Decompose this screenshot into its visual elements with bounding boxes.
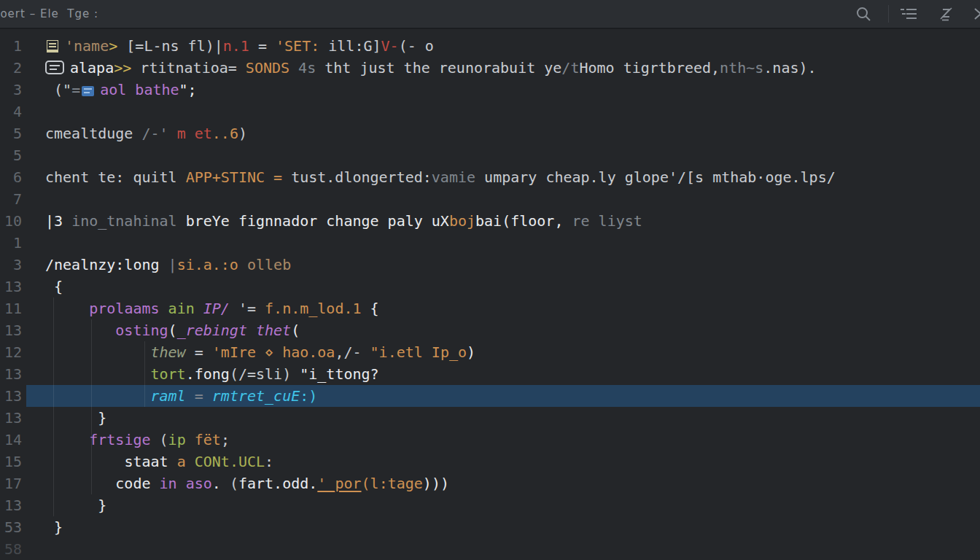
token: "i.etl Ip_o [370,343,467,361]
code-line[interactable]: 14 frtsige (ip fët; [0,429,980,451]
code-line-highlighted[interactable]: 13 raml = rmtret_cuE:) [0,385,980,407]
line-number[interactable]: 58 [0,538,32,560]
line-number[interactable]: 12 [0,341,32,363]
topbar: Joert – Ele Tge : [0,0,980,29]
token: code [115,475,150,492]
line-number[interactable]: 13 [0,494,32,516]
token [195,300,203,317]
line-number[interactable]: 13 [0,276,32,298]
chevron-right-icon[interactable] [973,6,980,22]
code-line[interactable]: 7 [0,188,980,210]
code-text[interactable]: cmealtduge /-' m et..6) [45,122,247,144]
code-text[interactable]: |3 ino_tnahinal breYe fignnador change p… [45,210,642,232]
code-text[interactable]: prolaams ain IP/ '= f.n.m_lod.1 { [45,298,379,319]
line-number[interactable]: 13 [0,319,32,341]
code-text[interactable]: } [45,407,106,429]
sort-z-icon[interactable] [938,7,954,22]
code-text[interactable]: alapa>> rtitnatioa= SONDS 4s tht just th… [45,57,817,79]
line-number[interactable]: 3 [0,79,32,101]
badge-icon [45,61,64,74]
token: CONt.UCL [195,453,265,470]
toolbar-divider [888,5,889,23]
code-line[interactable]: 10|3 ino_tnahinal breYe fignnador change… [0,210,980,232]
token [186,453,195,470]
line-number[interactable]: 1 [0,232,32,254]
code-text[interactable]: /nealnzy:long |si.a.:o olleb [45,254,291,276]
code-line[interactable]: 13 tort.fong(/=sli) "i_ttong? [0,363,980,385]
token: (l:tage [362,475,423,492]
line-number[interactable]: 4 [0,101,32,122]
menu-text[interactable]: Joert – Ele Tge : [0,7,98,20]
token: "i_ttong? [300,365,378,383]
list-icon[interactable] [899,7,918,21]
code-line[interactable]: 13 { [0,276,980,298]
token [45,322,115,339]
code-line[interactable]: 17 code in aso. (fart.odd.'_por(l:tage))… [0,472,980,494]
code-line[interactable]: 1'name> [=L-ns fl)|n.1 = 'SET: ill:G]V-(… [0,35,980,57]
code-text[interactable]: tort.fong(/=sli) "i_ttong? [45,363,379,385]
line-number[interactable]: 5 [0,122,32,144]
token: .fong [186,365,230,383]
line-number[interactable]: 5 [0,144,32,166]
line-number[interactable]: 17 [0,472,32,494]
code-text[interactable]: raml = rmtret_cuE:) [45,385,317,407]
code-line[interactable]: 5cmealtduge /-' m et..6) [0,122,980,144]
code-line[interactable]: 11 prolaams ain IP/ '= f.n.m_lod.1 { [0,298,980,319]
code-text[interactable]: ("=aol bathe"; [45,79,197,101]
code-line[interactable]: 58 [0,538,980,560]
line-number[interactable]: 2 [0,57,32,79]
line-number[interactable]: 13 [0,385,32,407]
token: in [160,475,177,492]
token: bai(floor, [475,212,563,230]
search-icon[interactable] [855,6,872,23]
line-number[interactable]: 14 [0,429,32,451]
line-number[interactable]: 53 [0,516,32,538]
code-text[interactable]: { [45,276,63,298]
code-line[interactable]: 4 [0,101,980,122]
token: breYe fignnador change paly uX [186,212,449,230]
token: si.a.:o [177,256,238,273]
token [151,475,160,492]
code-line[interactable]: 6chent te: quitl APP+STINC = tust.dlonge… [0,166,980,188]
code-rows: 1'name> [=L-ns fl)|n.1 = 'SET: ill:G]V-(… [0,35,980,560]
token: ill:G] [319,37,381,55]
code-line[interactable]: 13 } [0,494,980,516]
code-text[interactable]: } [45,494,106,516]
code-line[interactable]: 53 } [0,516,980,538]
code-line[interactable]: 3/nealnzy:long |si.a.:o olleb [0,254,980,276]
code-text[interactable]: 'name> [=L-ns fl)|n.1 = 'SET: ill:G]V-(-… [45,35,434,57]
line-number[interactable]: 13 [0,407,32,429]
code-text[interactable]: staat a CONt.UCL: [45,451,273,472]
code-text[interactable]: } [45,516,63,538]
line-number[interactable]: 15 [0,451,32,472]
line-number[interactable]: 7 [0,188,32,210]
code-editor[interactable]: 1'name> [=L-ns fl)|n.1 = 'SET: ill:G]V-(… [0,29,980,560]
token: [=L-ns fl)| [117,37,223,55]
code-text[interactable]: frtsige (ip fët; [45,429,230,451]
line-number[interactable]: 11 [0,298,32,319]
token: > [109,37,117,55]
line-number[interactable]: 3 [0,254,32,276]
code-line[interactable]: 2alapa>> rtitnatioa= SONDS 4s tht just t… [0,57,980,79]
code-line[interactable]: 15 staat a CONt.UCL: [0,451,980,472]
code-line[interactable]: 13 osting(_rebingt thet( [0,319,980,341]
code-text[interactable]: code in aso. (fart.odd.'_por(l:tage))) [45,472,449,494]
token: } [45,497,106,514]
token: /-' [141,125,176,142]
code-text[interactable]: chent te: quitl APP+STINC = tust.dlonger… [45,166,836,188]
code-text[interactable]: osting(_rebingt thet( [45,319,300,341]
token: ( [168,322,177,339]
code-line[interactable]: 13 } [0,407,980,429]
code-text[interactable]: thew = 'mIre ⋄ hao.oa,/- "i.etl Ip_o) [45,341,475,363]
line-number[interactable]: 1 [0,35,32,57]
line-number[interactable]: 13 [0,363,32,385]
indent-guide [144,341,145,407]
code-line[interactable]: 12 thew = 'mIre ⋄ hao.oa,/- "i.etl Ip_o) [0,341,980,363]
line-number[interactable]: 10 [0,210,32,232]
token: /nealnzy:long [45,256,168,273]
code-line[interactable]: 1 [0,232,980,254]
token: Homo tigrtbreed, [579,59,720,77]
code-line[interactable]: 3 ("=aol bathe"; [0,79,980,101]
code-line[interactable]: 5 [0,144,980,166]
line-number[interactable]: 6 [0,166,32,188]
